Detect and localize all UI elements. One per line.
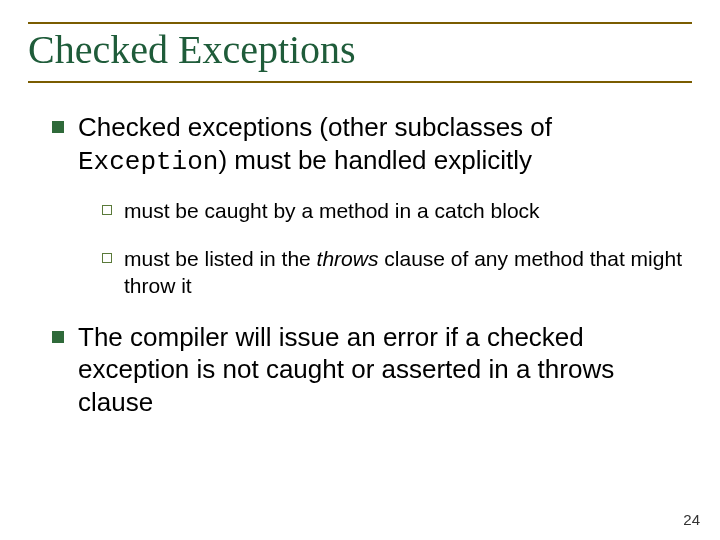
square-bullet-icon [52, 121, 64, 133]
sub-bullet-text: must be caught by a method in a catch bl… [124, 198, 540, 224]
hollow-square-bullet-icon [102, 205, 112, 215]
bullet-level1: The compiler will issue an error if a ch… [52, 321, 692, 419]
sub-bullet-group: must be caught by a method in a catch bl… [102, 198, 692, 299]
title-bar: Checked Exceptions [28, 22, 692, 83]
bullet-level2: must be listed in the throws clause of a… [102, 246, 692, 299]
code-fragment: Exception [78, 147, 218, 177]
bullet-level1: Checked exceptions (other subclasses of … [52, 111, 692, 178]
italic-fragment: throws [317, 247, 379, 270]
text-fragment: ) must be handled explicitly [218, 145, 532, 175]
bullet-level2: must be caught by a method in a catch bl… [102, 198, 692, 224]
text-fragment: must be listed in the [124, 247, 317, 270]
sub-bullet-text: must be listed in the throws clause of a… [124, 246, 692, 299]
bullet-text: The compiler will issue an error if a ch… [78, 321, 692, 419]
slide-title: Checked Exceptions [28, 26, 692, 73]
page-number: 24 [683, 511, 700, 528]
hollow-square-bullet-icon [102, 253, 112, 263]
square-bullet-icon [52, 331, 64, 343]
bullet-text: Checked exceptions (other subclasses of … [78, 111, 692, 178]
text-fragment: Checked exceptions (other subclasses of [78, 112, 552, 142]
